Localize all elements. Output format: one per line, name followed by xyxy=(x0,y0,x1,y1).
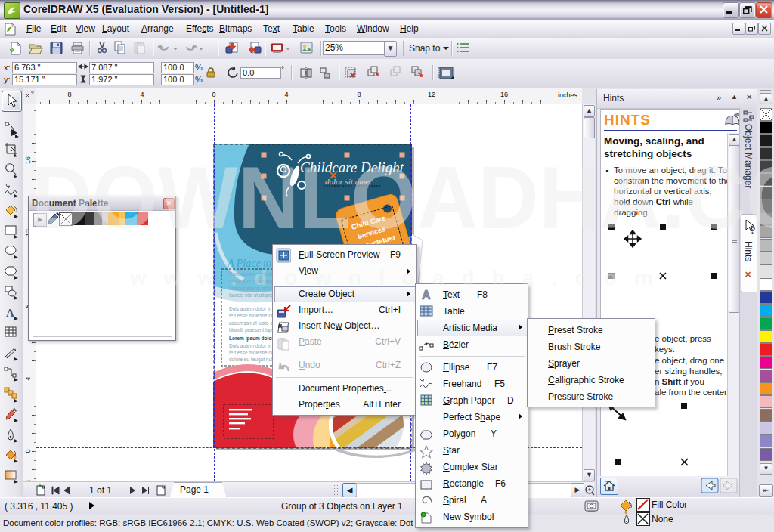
svg-text:A: A xyxy=(6,307,14,319)
svg-text:4: 4 xyxy=(140,91,144,98)
svg-text:16: 16 xyxy=(500,91,508,98)
svg-text:0: 0 xyxy=(212,91,215,98)
svg-text:8: 8 xyxy=(67,91,71,98)
svg-text:inches: inches xyxy=(558,91,578,99)
svg-text:8: 8 xyxy=(357,91,361,98)
svg-text:12: 12 xyxy=(428,91,435,98)
svg-text:4: 4 xyxy=(284,91,288,98)
